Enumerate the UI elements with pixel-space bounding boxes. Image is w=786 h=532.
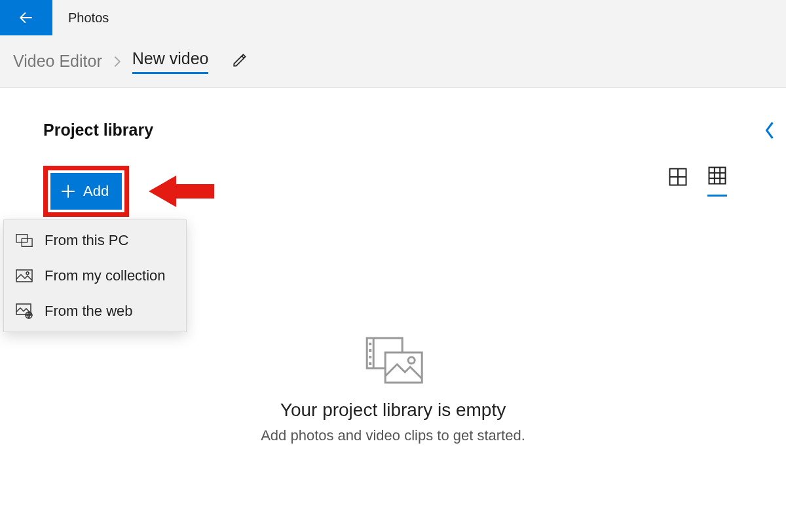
- svg-marker-4: [149, 176, 214, 207]
- svg-rect-15: [16, 270, 32, 282]
- add-dropdown-menu: From this PC From my collection From the…: [3, 219, 187, 332]
- svg-rect-24: [369, 356, 371, 358]
- section-title: Project library: [43, 121, 760, 140]
- chevron-right-icon: [113, 55, 122, 68]
- title-bar: Photos: [0, 0, 786, 35]
- svg-rect-22: [369, 343, 371, 345]
- svg-rect-23: [369, 349, 371, 352]
- empty-state-title: Your project library is empty: [261, 400, 525, 421]
- large-grid-view-button[interactable]: [668, 167, 688, 196]
- svg-point-16: [26, 272, 29, 275]
- menu-item-label: From the web: [45, 303, 133, 320]
- empty-state-icon: [360, 334, 426, 387]
- small-grid-view-button[interactable]: [707, 166, 727, 197]
- rename-button[interactable]: [232, 52, 249, 71]
- grid-2x2-icon: [668, 167, 688, 187]
- add-button[interactable]: Add: [50, 173, 122, 210]
- empty-state-subtitle: Add photos and video clips to get starte…: [261, 427, 525, 444]
- svg-rect-8: [709, 168, 726, 184]
- back-arrow-icon: [18, 9, 35, 26]
- collapse-panel-button[interactable]: [764, 121, 776, 143]
- annotation-arrow-icon: [149, 173, 214, 210]
- menu-item-label: From my collection: [45, 267, 166, 284]
- plus-icon: [60, 183, 77, 200]
- content-area: Project library Add: [0, 88, 786, 217]
- back-button[interactable]: [0, 0, 52, 35]
- view-toggle-group: [668, 166, 727, 197]
- svg-line-1: [242, 56, 244, 58]
- pencil-icon: [232, 52, 249, 69]
- menu-item-from-pc[interactable]: From this PC: [4, 223, 186, 258]
- svg-rect-25: [369, 362, 371, 365]
- breadcrumb-bar: Video Editor New video: [0, 35, 786, 88]
- svg-rect-26: [385, 352, 422, 383]
- grid-3x3-icon: [707, 166, 727, 185]
- annotation-highlight-box: Add: [43, 166, 129, 217]
- web-image-icon: [16, 303, 33, 319]
- chevron-left-icon: [764, 121, 776, 140]
- add-button-label: Add: [83, 183, 109, 200]
- image-icon: [16, 269, 33, 283]
- empty-state: Your project library is empty Add photos…: [261, 334, 525, 444]
- menu-item-from-web[interactable]: From the web: [4, 294, 186, 329]
- menu-item-from-collection[interactable]: From my collection: [4, 258, 186, 294]
- breadcrumb-current[interactable]: New video: [132, 49, 209, 74]
- app-title: Photos: [52, 0, 109, 35]
- menu-item-label: From this PC: [45, 232, 128, 249]
- toolbar-row: Add: [43, 166, 760, 217]
- breadcrumb-parent[interactable]: Video Editor: [13, 52, 102, 71]
- pc-icon: [16, 233, 33, 248]
